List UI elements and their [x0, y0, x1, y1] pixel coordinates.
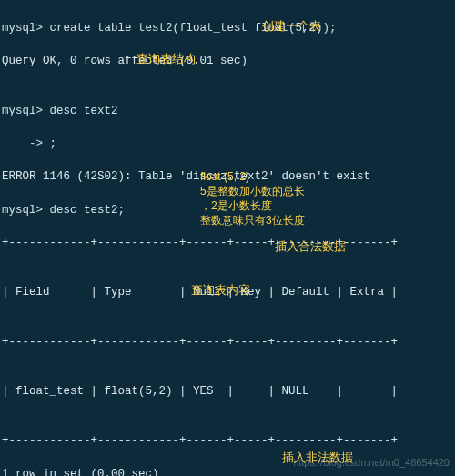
anno-desc-structure: 查询表结构 — [136, 51, 196, 68]
table-border: +------------+------------+------+-----+… — [2, 432, 453, 449]
cmd-continuation: -> ; — [2, 136, 453, 152]
anno-create-table: 创建一个表 — [262, 18, 321, 35]
anno-float-decimal: ，2是小数长度 — [200, 198, 272, 214]
terminal[interactable]: mysql> create table test2(float_test flo… — [0, 0, 455, 476]
cmd-desc-text2: mysql> desc text2 — [2, 103, 453, 119]
anno-select: 查询表内容 — [191, 282, 250, 299]
table-border: +------------+------------+------+-----+… — [2, 334, 453, 350]
watermark: https://blog.csdn.net/m0_48654420 — [293, 456, 450, 471]
cmd-create-table: mysql> create table test2(float_test flo… — [2, 20, 453, 36]
anno-float-int: 整数意味只有3位长度 — [200, 213, 305, 228]
anno-float: float (5, 2) — [200, 169, 249, 185]
table-row: | float_test | float(5,2) | YES | | NULL… — [2, 383, 453, 400]
anno-float-total: 5是整数加小数的总长 — [200, 184, 305, 199]
anno-insert-valid: 插入合法数据 — [275, 238, 346, 256]
result-ok: Query OK, 0 rows affected (0.01 sec) — [2, 53, 453, 69]
table-border: +------------+------------+------+-----+… — [2, 235, 453, 251]
